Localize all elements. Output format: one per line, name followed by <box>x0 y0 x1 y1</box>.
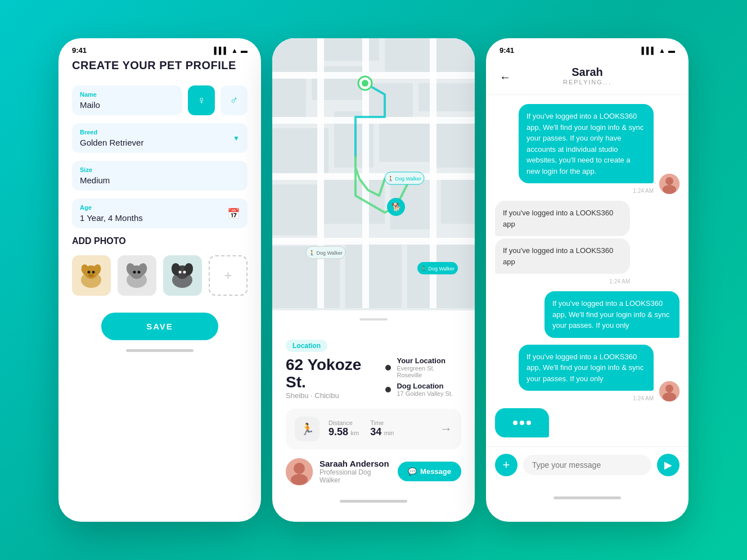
save-button[interactable]: SAVE <box>101 313 218 340</box>
svg-point-12 <box>138 271 141 274</box>
svg-rect-30 <box>435 117 475 168</box>
dog-location-label: Dog Location <box>397 382 452 390</box>
msg-bubble-2: If you've logged into a LOOKS360 app <box>495 201 630 236</box>
svg-rect-31 <box>272 184 317 235</box>
age-field[interactable]: Age 1 Year, 4 Months 📅 <box>72 198 248 228</box>
svg-point-18 <box>183 271 186 274</box>
distance-value: 9.58 <box>328 426 348 437</box>
svg-point-17 <box>179 271 182 274</box>
svg-text:🚶 Dog Walker: 🚶 Dog Walker <box>421 265 454 272</box>
map-scroll-handle-area <box>272 310 475 328</box>
distance-label: Distance <box>328 419 359 426</box>
dog-location-sub: 17 Golden Valley St. <box>397 390 452 397</box>
msg-bubble-1: If you've logged into a LOOKS360 app, We… <box>519 104 654 183</box>
dog-location-dot <box>385 387 391 392</box>
chevron-down-icon: ▼ <box>233 134 240 142</box>
dog-photo-3-icon <box>165 259 199 292</box>
time-label: Time <box>370 419 394 426</box>
name-label: Name <box>80 91 174 98</box>
message-button[interactable]: 💬 Message <box>398 462 461 481</box>
svg-rect-36 <box>345 241 402 308</box>
gender-female-button[interactable]: ♀ <box>188 85 215 115</box>
msg-time-4: 1:24 AM <box>519 395 654 401</box>
svg-rect-23 <box>272 78 306 123</box>
msg-bubble-3: If you've logged into a LOOKS360 app, We… <box>544 291 680 338</box>
send-button[interactable]: ▶ <box>657 454 680 476</box>
home-indicator-1 <box>126 349 194 352</box>
navigate-button[interactable]: → <box>440 422 452 436</box>
svg-point-4 <box>88 271 91 274</box>
photo-2[interactable] <box>118 255 156 296</box>
walker-info: Saraah Anderson Professional Dog Walker <box>320 459 391 484</box>
svg-rect-21 <box>323 38 379 61</box>
svg-rect-43 <box>272 173 475 180</box>
svg-point-6 <box>88 274 94 277</box>
add-photo-title: ADD PHOTO <box>72 236 248 246</box>
name-field[interactable]: Name Mailo <box>72 85 182 115</box>
hiker-icon: 🏃 <box>295 417 320 441</box>
walker-avatar <box>286 458 313 485</box>
back-button[interactable]: ← <box>500 70 511 83</box>
size-value: Medium <box>80 175 240 185</box>
svg-rect-44 <box>272 238 475 245</box>
your-location-label: Your Location <box>397 356 461 365</box>
signal-icon-3: ▌▌▌ <box>642 47 656 55</box>
contact-name: Sarah <box>500 66 675 79</box>
location-badge: Location <box>286 340 327 352</box>
home-indicator-3 <box>554 496 621 499</box>
breed-field[interactable]: Breed Golden Retriever ▼ <box>72 123 248 153</box>
message-2: If you've logged into a LOOKS360 app If … <box>495 201 680 284</box>
msg-bubble-2b: If you've logged into a LOOKS360 app <box>495 238 630 274</box>
svg-point-59 <box>665 177 673 185</box>
pet-profile-screen: 9:41 ▌▌▌ ▲ ▬ CREATE YOUR PET PROFILE Nam… <box>58 38 261 522</box>
name-row: Name Mailo ♀ ♂ <box>72 85 248 115</box>
chat-header: ← Sarah REPLYING... <box>486 59 688 95</box>
pet-content: CREATE YOUR PET PROFILE Name Mailo ♀ ♂ B… <box>58 59 261 340</box>
gender-male-button[interactable]: ♂ <box>220 85 248 115</box>
svg-rect-34 <box>441 179 475 224</box>
svg-rect-26 <box>418 83 475 111</box>
size-field[interactable]: Size Medium <box>72 161 248 191</box>
message-icon: 💬 <box>408 467 417 476</box>
status-bar-3: 9:41 ▌▌▌ ▲ ▬ <box>486 38 688 59</box>
msg-col-2: If you've logged into a LOOKS360 app If … <box>495 201 630 284</box>
photo-3[interactable] <box>163 255 202 296</box>
dot-2 <box>520 421 524 425</box>
svg-point-46 <box>362 80 368 87</box>
add-photo-button[interactable]: + <box>209 255 248 296</box>
svg-text:🚶 Dog Walker: 🚶 Dog Walker <box>388 175 421 182</box>
stats-data: Distance 9.58 km Time 34 min <box>328 419 431 438</box>
user-avatar-1 <box>659 174 680 194</box>
map-container: 🐕 🚶 Dog Walker 🚶 Dog Walker 🚶 Dog Walker <box>272 38 475 310</box>
typing-bubble <box>495 408 549 437</box>
map-area[interactable]: 🐕 🚶 Dog Walker 🚶 Dog Walker 🚶 Dog Walker <box>272 38 475 310</box>
msg-col-1: If you've logged into a LOOKS360 app, We… <box>519 104 654 194</box>
chat-screen: 9:41 ▌▌▌ ▲ ▬ ← Sarah REPLYING... If you'… <box>486 38 688 522</box>
location-details: Your Location Evergreen St. Roseville Do… <box>385 356 461 397</box>
distance-stat: Distance 9.58 km <box>328 419 359 438</box>
size-label: Size <box>80 166 240 173</box>
distance-unit: km <box>351 430 359 436</box>
add-attachment-button[interactable]: + <box>495 454 518 476</box>
wifi-icon-3: ▲ <box>659 47 665 55</box>
dog-photo-2-icon <box>120 259 154 292</box>
age-value: 1 Year, 4 Months <box>80 213 240 223</box>
chat-input-area: + ▶ <box>486 446 688 487</box>
location-name: 62 Yokoze St. <box>286 356 385 391</box>
contact-status: REPLYING... <box>500 79 675 85</box>
photo-1[interactable] <box>72 255 111 296</box>
svg-point-63 <box>663 392 676 401</box>
svg-text:🚶 Dog Walker: 🚶 Dog Walker <box>309 250 343 256</box>
time-value: 34 <box>370 426 381 437</box>
svg-rect-32 <box>323 179 385 224</box>
svg-rect-29 <box>379 123 430 162</box>
signal-icon: ▌▌▌ <box>214 47 229 55</box>
calendar-icon: 📅 <box>227 207 240 220</box>
page-title: CREATE YOUR PET PROFILE <box>72 59 248 72</box>
message-input[interactable] <box>523 455 651 475</box>
message-4: If you've logged into a LOOKS360 app, We… <box>495 345 680 402</box>
your-location-item: Your Location Evergreen St. Roseville <box>385 356 461 378</box>
msg-col-4: If you've logged into a LOOKS360 app, We… <box>519 345 654 402</box>
your-location-sub: Evergreen St. Roseville <box>397 365 461 378</box>
breed-label: Breed <box>80 129 240 136</box>
